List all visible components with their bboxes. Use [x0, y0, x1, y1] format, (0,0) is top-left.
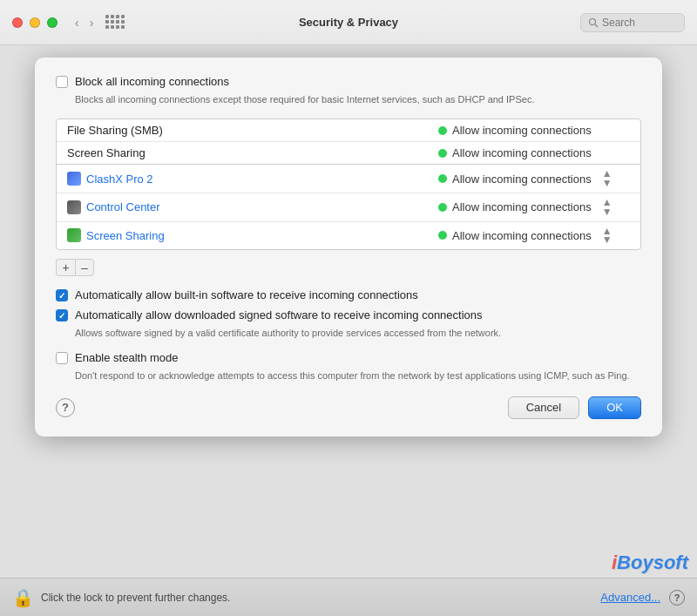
stepper-arrows[interactable]: ▲▼ [602, 169, 612, 188]
status-text: Allow incoming connections [452, 200, 592, 213]
app-name[interactable]: Control Center [86, 200, 438, 213]
traffic-lights [12, 17, 58, 28]
block-all-row: Block all incoming connections [56, 75, 641, 88]
stealth-item: Enable stealth mode Don't respond to or … [56, 351, 641, 382]
app-name[interactable]: ClashX Pro 2 [86, 173, 438, 186]
table-row: Screen Sharing Allow incoming connection… [57, 142, 640, 165]
svg-point-0 [590, 18, 596, 24]
block-all-section: Block all incoming connections Blocks al… [56, 75, 641, 106]
window-title: Security & Privacy [299, 16, 398, 29]
app-name: File Sharing (SMB) [67, 124, 438, 137]
lock-button[interactable]: 🔒 Click the lock to prevent further chan… [12, 587, 230, 608]
table-row: File Sharing (SMB) Allow incoming connec… [57, 119, 640, 142]
block-all-desc: Blocks all incoming connections except t… [75, 93, 641, 106]
dialog: Block all incoming connections Blocks al… [35, 58, 662, 437]
dialog-bottom-bar: ? Cancel OK [56, 396, 641, 419]
green-dot-icon [438, 126, 447, 135]
stepper-arrows[interactable]: ▲▼ [602, 227, 612, 246]
forward-button[interactable]: › [86, 14, 98, 31]
status-cell: Allow incoming connections [438, 124, 630, 137]
table-row: Screen Sharing Allow incoming connection… [57, 222, 640, 250]
auto-signed-checkbox[interactable] [56, 309, 68, 322]
block-all-checkbox[interactable] [56, 76, 68, 88]
green-dot-icon [438, 149, 447, 158]
status-cell: Allow incoming connections ▲▼ [438, 198, 630, 217]
add-button[interactable]: + [56, 259, 75, 276]
advanced-button[interactable]: Advanced... [600, 591, 660, 604]
app-icon [67, 172, 81, 186]
stepper-arrows[interactable]: ▲▼ [602, 198, 612, 217]
app-name: Screen Sharing [67, 146, 438, 159]
dialog-help-button[interactable]: ? [56, 398, 75, 417]
auto-builtin-item: Automatically allow built-in software to… [56, 288, 641, 301]
table-row: Control Center Allow incoming connection… [57, 193, 640, 222]
auto-builtin-checkbox[interactable] [56, 289, 68, 301]
auto-builtin-row: Automatically allow built-in software to… [56, 288, 641, 301]
main-content: Block all incoming connections Blocks al… [0, 45, 697, 578]
status-bar: 🔒 Click the lock to prevent further chan… [0, 578, 697, 616]
status-text: Allow incoming connections [452, 124, 592, 137]
table-row: ClashX Pro 2 Allow incoming connections … [57, 165, 640, 193]
auto-signed-label: Automatically allow downloaded signed so… [75, 308, 483, 322]
cancel-button[interactable]: Cancel [508, 396, 579, 419]
minimize-button[interactable] [30, 17, 40, 28]
status-cell: Allow incoming connections ▲▼ [438, 227, 630, 246]
remove-button[interactable]: – [75, 259, 94, 276]
dialog-buttons: Cancel OK [508, 396, 641, 419]
bottom-checkboxes: Automatically allow built-in software to… [56, 288, 641, 382]
block-all-label: Block all incoming connections [75, 75, 229, 88]
ok-button[interactable]: OK [588, 396, 641, 419]
app-icon [67, 200, 81, 214]
svg-line-1 [595, 24, 598, 27]
app-name[interactable]: Screen Sharing [86, 229, 438, 242]
search-box[interactable] [580, 13, 685, 32]
green-dot-icon [438, 174, 447, 183]
lock-text: Click the lock to prevent further change… [41, 592, 230, 604]
auto-builtin-label: Automatically allow built-in software to… [75, 288, 418, 301]
status-text: Allow incoming connections [452, 229, 592, 242]
status-cell: Allow incoming connections ▲▼ [438, 169, 630, 188]
auto-signed-item: Automatically allow downloaded signed so… [56, 308, 641, 340]
auto-signed-desc: Allows software signed by a valid certif… [75, 327, 641, 340]
stealth-desc: Don't respond to or acknowledge attempts… [75, 369, 641, 382]
search-input[interactable] [602, 17, 677, 29]
app-icon [67, 228, 81, 242]
close-button[interactable] [12, 17, 23, 28]
grid-icon[interactable] [105, 15, 126, 30]
status-help-button[interactable]: ? [669, 590, 685, 606]
add-remove-row: + – [56, 259, 641, 276]
status-cell: Allow incoming connections [438, 146, 630, 159]
status-text: Allow incoming connections [452, 146, 592, 159]
window-chrome: ‹ › Security & Privacy [0, 0, 697, 45]
auto-signed-row: Automatically allow downloaded signed so… [56, 308, 641, 322]
firewall-table: File Sharing (SMB) Allow incoming connec… [56, 118, 641, 250]
back-button[interactable]: ‹ [71, 14, 83, 31]
green-dot-icon [438, 203, 447, 212]
nav-arrows: ‹ › [71, 14, 97, 31]
stealth-checkbox[interactable] [56, 352, 68, 364]
status-text: Allow incoming connections [452, 173, 592, 186]
search-icon [588, 17, 599, 28]
maximize-button[interactable] [47, 17, 58, 28]
green-dot-icon [438, 231, 447, 240]
stealth-row: Enable stealth mode [56, 351, 641, 364]
stealth-label: Enable stealth mode [75, 351, 179, 364]
lock-icon: 🔒 [12, 587, 34, 608]
